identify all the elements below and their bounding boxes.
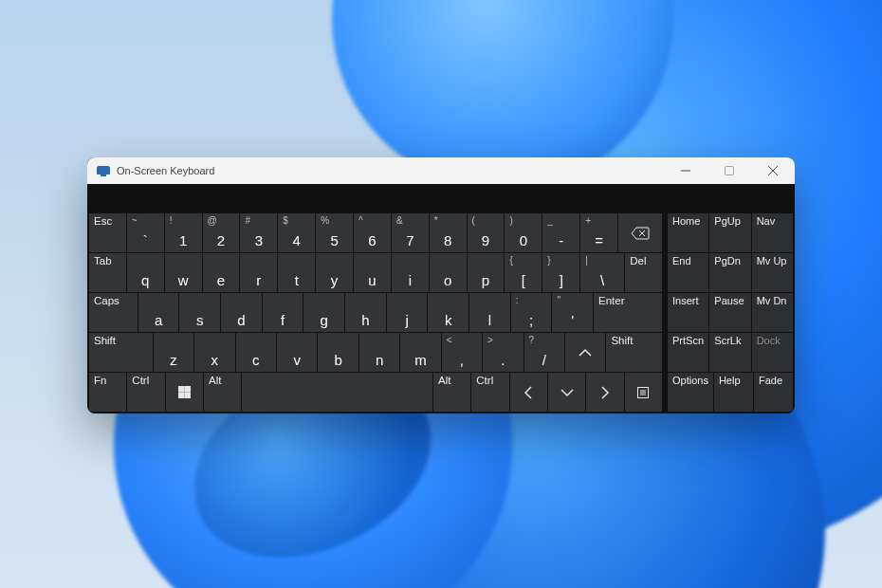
key-m[interactable]: m [400,333,440,372]
key-end[interactable]: End [668,253,708,292]
key-mvup[interactable]: Mv Up [752,253,793,292]
key-windows[interactable] [166,373,203,412]
key-backslash[interactable]: |\ [580,253,624,292]
key-pgup[interactable]: PgUp [709,213,750,252]
key-down[interactable] [548,373,585,412]
key-g[interactable]: g [303,293,344,332]
key-nav[interactable]: Nav [752,213,793,252]
key-x[interactable]: x [194,333,234,372]
key-label: - [559,233,563,248]
key-menu[interactable] [625,373,662,412]
close-button[interactable] [751,157,795,184]
side-row-4: PrtScn ScrLk Dock [668,333,793,372]
key-quote[interactable]: "' [552,293,593,332]
key-k[interactable]: k [428,293,469,332]
key-rshift[interactable]: Shift [606,333,662,372]
key-0[interactable]: )0 [505,213,542,252]
key-label: g [321,313,328,327]
key-lctrl[interactable]: Ctrl [127,373,164,412]
key-insert[interactable]: Insert [668,293,708,332]
key-t[interactable]: t [278,253,315,292]
key-4[interactable]: $4 [278,213,315,252]
key-label: , [460,353,464,367]
key-pgdn[interactable]: PgDn [709,253,750,292]
key-i[interactable]: i [392,253,429,292]
key-caps[interactable]: Caps [89,293,138,332]
key-rbracket[interactable]: }] [542,253,579,292]
key-left[interactable] [510,373,547,412]
key-home[interactable]: Home [668,213,708,252]
maximize-button[interactable] [707,157,751,184]
key-enter[interactable]: Enter [594,293,662,332]
key-q[interactable]: q [127,253,164,292]
key-a[interactable]: a [138,293,179,332]
key-pause[interactable]: Pause [709,293,750,332]
key-label: Insert [672,296,704,306]
key-space[interactable] [242,373,432,412]
key-mvdn[interactable]: Mv Dn [752,293,793,332]
key-label: Ctrl [132,376,159,387]
key-sublabel: < [447,336,477,345]
key-d[interactable]: d [221,293,262,332]
key-label: Tab [94,256,121,267]
key-prtscn[interactable]: PrtScn [668,333,708,372]
key-z[interactable]: z [154,333,193,372]
key-6[interactable]: ^6 [354,213,391,252]
key-minus[interactable]: _- [542,213,579,252]
key-8[interactable]: *8 [430,213,467,252]
key-f[interactable]: f [263,293,303,332]
key-y[interactable]: y [316,253,353,292]
key-s[interactable]: s [179,293,220,332]
key-equals[interactable]: += [580,213,617,252]
side-row-2: End PgDn Mv Up [668,253,793,292]
key-n[interactable]: n [359,333,399,372]
key-esc[interactable]: Esc [89,213,126,252]
key-lshift[interactable]: Shift [89,333,153,372]
key-u[interactable]: u [354,253,391,292]
key-3[interactable]: #3 [240,213,277,252]
key-p[interactable]: p [468,253,505,292]
key-7[interactable]: &7 [392,213,429,252]
key-scrlk[interactable]: ScrLk [709,333,750,372]
minimize-button[interactable] [664,157,707,184]
key-2[interactable]: @2 [203,213,240,252]
key-slash[interactable]: ?/ [524,333,564,372]
key-l[interactable]: l [469,293,510,332]
key-backspace[interactable] [618,213,662,252]
key-label: w [178,273,189,287]
key-j[interactable]: j [387,293,428,332]
key-comma[interactable]: <, [442,333,482,372]
key-fade[interactable]: Fade [754,373,793,412]
chevron-left-icon [524,386,533,399]
key-label: p [482,273,489,287]
key-c[interactable]: c [236,333,276,372]
key-up[interactable] [565,333,605,372]
key-backtick[interactable]: ~` [127,213,164,252]
key-lbracket[interactable]: {[ [505,253,542,292]
key-5[interactable]: %5 [316,213,353,252]
key-v[interactable]: v [277,333,317,372]
key-w[interactable]: w [165,253,202,292]
key-b[interactable]: b [318,333,358,372]
key-dock[interactable]: Dock [752,333,793,372]
key-9[interactable]: (9 [468,213,505,252]
key-ralt[interactable]: Alt [433,373,470,412]
key-period[interactable]: >. [483,333,523,372]
key-semicolon[interactable]: :; [511,293,552,332]
key-h[interactable]: h [345,293,386,332]
key-rctrl[interactable]: Ctrl [471,373,508,412]
titlebar[interactable]: On-Screen Keyboard [87,157,795,184]
key-lalt[interactable]: Alt [204,373,241,412]
key-r[interactable]: r [240,253,277,292]
key-fn[interactable]: Fn [89,373,126,412]
key-label: 4 [293,233,301,248]
key-options[interactable]: Options [668,373,713,412]
key-o[interactable]: o [430,253,467,292]
key-1[interactable]: !1 [165,213,202,252]
key-del[interactable]: Del [625,253,662,292]
key-label: f [281,313,285,327]
key-help[interactable]: Help [714,373,753,412]
key-tab[interactable]: Tab [89,253,126,292]
key-e[interactable]: e [203,253,240,292]
key-right[interactable] [586,373,623,412]
